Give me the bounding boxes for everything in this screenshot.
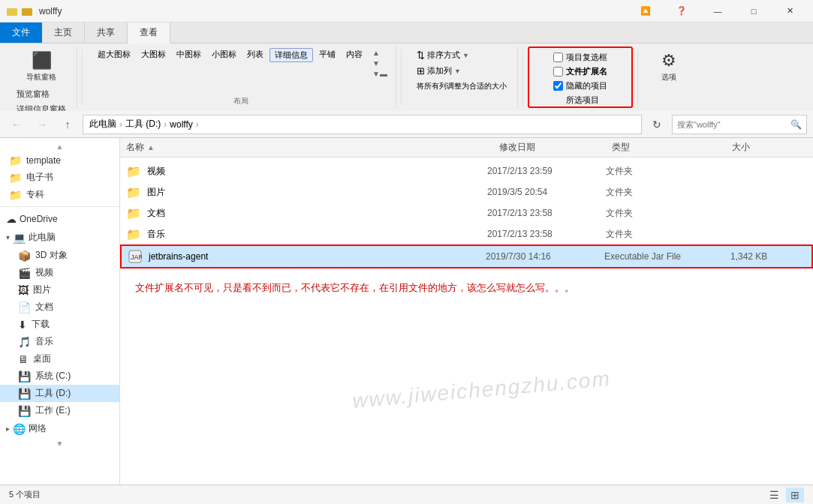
layout-tiles[interactable]: 平铺 — [315, 48, 340, 61]
file-item-documents[interactable]: 📁 文档 2017/2/13 23:58 文件夹 — [120, 202, 813, 224]
fit-columns-button[interactable]: 将所有列调整为合适的大小 — [412, 80, 511, 93]
file-ext-option[interactable]: 文件扩展名 — [552, 65, 609, 78]
sidebar-item-work-e[interactable]: 💾 工作 (E:) — [0, 402, 119, 419]
file-date-pictures: 2019/3/5 20:54 — [487, 187, 600, 197]
options-button[interactable]: ⚙ 选项 — [649, 48, 690, 86]
tab-share[interactable]: 共享 — [85, 22, 128, 43]
search-input[interactable] — [677, 120, 787, 129]
sidebar-item-template[interactable]: 📁 template — [0, 152, 119, 169]
sidebar-item-major[interactable]: 📁 专科 — [0, 186, 119, 203]
nav-pane-icon: ⬛ — [32, 51, 52, 70]
ribbon-group-panes: ⬛ 导航窗格 预览窗格 详细信息窗格 窗格 — [6, 46, 77, 108]
layout-medium[interactable]: 中图标 — [172, 48, 206, 61]
sidebar-item-3d[interactable]: 📦 3D 对象 — [0, 247, 119, 264]
forward-button[interactable]: → — [32, 114, 53, 135]
nav-pane-button[interactable]: ⬛ 导航窗格 — [19, 48, 64, 86]
sidebar-item-videos[interactable]: 🎬 视频 — [0, 264, 119, 281]
file-name-videos: 视频 — [147, 165, 481, 178]
layout-list[interactable]: 列表 — [242, 48, 268, 61]
sep2 — [401, 50, 402, 105]
file-item-music[interactable]: 📁 音乐 2017/2/13 23:58 文件夹 — [120, 224, 813, 244]
layout-large[interactable]: 大图标 — [137, 48, 170, 61]
layout-group-label: 布局 — [233, 94, 248, 106]
minimize-button[interactable]: — — [700, 0, 735, 22]
sort-dropdown-arrow: ▼ — [462, 52, 469, 59]
layout-expand[interactable]: ▼▬ — [370, 69, 390, 79]
sort-arrow-name: ▲ — [147, 143, 155, 152]
file-item-videos[interactable]: 📁 视频 2017/2/13 23:59 文件夹 — [120, 160, 813, 182]
refresh-button[interactable]: ↻ — [646, 114, 667, 135]
sidebar-item-ebooks[interactable]: 📁 电子书 — [0, 169, 119, 186]
sep-3: › — [196, 119, 199, 130]
folder-icon-1 — [6, 5, 18, 17]
breadcrumb-thispc[interactable]: 此电脑 — [89, 118, 116, 130]
sidebar-item-pictures[interactable]: 🖼 图片 — [0, 281, 119, 298]
documents-icon: 📄 — [18, 302, 31, 314]
breadcrumb-tools[interactable]: 工具 (D:) — [125, 118, 161, 130]
network-chevron: ▸ — [6, 424, 10, 433]
search-box[interactable]: 🔍 — [672, 115, 807, 134]
hidden-items-checkbox[interactable] — [553, 81, 563, 91]
col-header-type[interactable]: 类型 — [612, 141, 732, 154]
layout-content[interactable]: 内容 — [342, 48, 367, 61]
ribbon-content: ⬛ 导航窗格 预览窗格 详细信息窗格 窗格 超大图标 大图标 中图标 — [0, 44, 813, 111]
preview-pane-button[interactable]: 预览窗格 — [12, 87, 71, 101]
folder-icon-documents: 📁 — [126, 206, 141, 220]
svg-rect-3 — [22, 8, 26, 10]
file-item-jetbrains[interactable]: JAR jetbrains-agent 2019/7/30 14:16 Exec… — [120, 244, 813, 268]
sidebar-item-thispc[interactable]: ▾ 💻 此电脑 — [0, 228, 119, 247]
back-button[interactable]: ← — [6, 114, 27, 135]
sort-by-button[interactable]: ⇅ 排序方式 ▼ — [412, 48, 511, 62]
sidebar-item-downloads[interactable]: ⬇ 下载 — [0, 316, 119, 333]
ribbon-group-current-view: ⇅ 排序方式 ▼ ⊞ 添加列 ▼ 将所有列调整为合适的大小 当前视图 — [406, 46, 518, 108]
project-checkbox-input[interactable] — [553, 52, 563, 62]
list-view-button[interactable]: ☰ — [765, 488, 783, 502]
tab-file[interactable]: 文件 — [0, 22, 42, 43]
project-checkbox-option[interactable]: 项目复选框 — [552, 51, 609, 64]
close-button[interactable]: ✕ — [772, 0, 807, 22]
drive-c-icon: 💾 — [18, 370, 31, 382]
add-column-icon: ⊞ — [417, 65, 425, 76]
col-header-date[interactable]: 修改日期 — [499, 141, 612, 154]
help-icon[interactable]: ❓ — [664, 0, 699, 22]
maximize-button[interactable]: □ — [736, 0, 771, 22]
layout-extra-large[interactable]: 超大图标 — [93, 48, 135, 61]
hidden-items-option[interactable]: 隐藏的项目 — [552, 80, 609, 92]
view-mode-controls: ☰ ⊞ — [765, 488, 804, 502]
add-column-button[interactable]: ⊞ 添加列 ▼ — [412, 64, 511, 78]
scroll-down-indicator: ▼ — [0, 438, 119, 449]
file-ext-checkbox[interactable] — [553, 67, 563, 76]
file-item-pictures[interactable]: 📁 图片 2019/3/5 20:54 文件夹 — [120, 182, 813, 202]
detail-view-button[interactable]: ⊞ — [786, 488, 804, 502]
file-name-jetbrains: jetbrains-agent — [149, 251, 480, 262]
layout-scroll-down[interactable]: ▼ — [370, 58, 390, 68]
layout-scroll-up[interactable]: ▲ — [370, 48, 390, 58]
tab-home[interactable]: 主页 — [42, 22, 85, 43]
search-icon[interactable]: 🔍 — [790, 119, 802, 130]
folder-icon-major: 📁 — [9, 189, 22, 201]
title-bar: wolffy 🔼 ❓ — □ ✕ — [0, 0, 813, 22]
ribbon-group-show-hide: 项目复选框 文件扩展名 隐藏的项目 所选项目 显示/隐藏 — [528, 46, 633, 108]
file-size-jetbrains: 1,342 KB — [730, 251, 805, 262]
folder-icon-pictures: 📁 — [126, 184, 141, 200]
sidebar-item-tools-d[interactable]: 💾 工具 (D:) — [0, 385, 119, 402]
address-path[interactable]: 此电脑 › 工具 (D:) › wolffy › — [83, 115, 642, 134]
breadcrumb-wolffy[interactable]: wolffy — [170, 119, 192, 130]
tab-view[interactable]: 查看 — [128, 22, 170, 44]
sidebar-item-music[interactable]: 🎵 音乐 — [0, 333, 119, 350]
sidebar-item-onedrive[interactable]: ☁ OneDrive — [0, 210, 119, 228]
sidebar-item-desktop[interactable]: 🖥 桌面 — [0, 350, 119, 368]
up-button[interactable]: ↑ — [57, 114, 78, 135]
col-header-size[interactable]: 大小 — [732, 141, 807, 154]
chevron-up-icon[interactable]: 🔼 — [628, 0, 663, 22]
sidebar-item-network[interactable]: ▸ 🌐 网络 — [0, 419, 119, 438]
hide-selected-option[interactable]: 所选项目 — [552, 94, 609, 106]
sidebar-item-documents[interactable]: 📄 文档 — [0, 298, 119, 316]
downloads-icon: ⬇ — [18, 319, 27, 331]
sidebar-item-system-c[interactable]: 💾 系统 (C:) — [0, 368, 119, 385]
layout-small[interactable]: 小图标 — [207, 48, 241, 61]
network-icon: 🌐 — [13, 423, 26, 435]
sort-icon: ⇅ — [417, 50, 425, 61]
layout-details[interactable]: 详细信息 — [269, 48, 313, 62]
col-header-name[interactable]: 名称 ▲ — [126, 141, 499, 154]
